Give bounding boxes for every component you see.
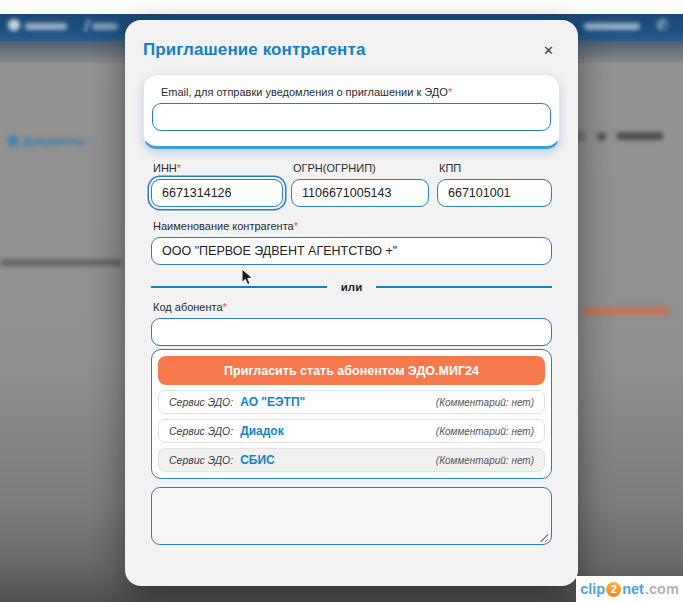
edo-service-prefix: Сервис ЭДО: [169, 425, 233, 437]
navbar-text-blur [25, 23, 67, 30]
phone-icon: ✆ [656, 16, 669, 34]
email-section-card: Email, для отправки уведомления о пригла… [143, 74, 560, 149]
abonent-code-input[interactable] [151, 318, 552, 346]
registration-numbers-row: ИНН* ОГРН(ОГРНИП) КПП [143, 162, 560, 207]
ogrn-field-group: ОГРН(ОГРНИП) [291, 162, 429, 207]
edo-option-eetp[interactable]: Сервис ЭДО: АО "ЕЭТП" (Комментарий: нет) [158, 390, 545, 414]
documents-icon [8, 136, 18, 146]
divider-label: или [341, 281, 362, 293]
watermark-com: .com [645, 581, 679, 597]
inn-input[interactable] [151, 179, 283, 207]
or-divider: или [151, 281, 552, 293]
ogrn-input[interactable] [291, 179, 429, 207]
counterparty-name-input[interactable] [151, 237, 552, 265]
edo-service-comment: (Комментарий: нет) [436, 426, 534, 437]
kpp-field-group: КПП [437, 162, 552, 207]
comment-textarea[interactable] [151, 487, 552, 545]
counterparty-name-label: Наименование контрагента* [153, 220, 552, 232]
email-input[interactable] [152, 103, 551, 131]
documents-label: Документы [23, 135, 85, 147]
background-text-blur [617, 132, 663, 140]
navbar-text-blur [584, 23, 640, 30]
comment-area-wrapper [151, 487, 552, 549]
ogrn-label: ОГРН(ОГРНИП) [293, 162, 429, 174]
abonent-code-group: Код абонента* [143, 301, 560, 346]
edo-service-name: Диадок [240, 424, 284, 438]
kpp-label: КПП [439, 162, 552, 174]
kpp-input[interactable] [437, 179, 552, 207]
abonent-code-label: Код абонента* [153, 301, 552, 313]
invite-edo-mig24-button[interactable]: Пригласить стать абонентом ЭДО.МИГ24 [158, 356, 545, 385]
navbar-text-blur [92, 23, 118, 30]
edo-option-diadoc[interactable]: Сервис ЭДО: Диадок (Комментарий: нет) [158, 419, 545, 443]
required-asterisk: * [448, 86, 452, 98]
inn-label: ИНН* [153, 162, 283, 174]
edo-service-name: СБИС [240, 453, 275, 467]
watermark-clip: clip [580, 581, 605, 597]
edo-service-prefix: Сервис ЭДО: [169, 396, 233, 408]
email-label: Email, для отправки уведомления о пригла… [161, 86, 551, 98]
edo-service-comment: (Комментарий: нет) [436, 397, 534, 408]
close-icon[interactable]: ✕ [537, 40, 560, 61]
user-avatar [8, 19, 20, 31]
background-text-blur [0, 259, 122, 266]
modal-header: Приглашение контрагента ✕ [143, 40, 560, 61]
edo-service-name: АО "ЕЭТП" [240, 395, 305, 409]
edo-service-prefix: Сервис ЭДО: [169, 454, 233, 466]
counterparty-name-group: Наименование контрагента* [143, 220, 560, 265]
required-asterisk: * [223, 301, 227, 313]
edo-suggestions-dropdown: Пригласить стать абонентом ЭДО.МИГ24 Сер… [151, 349, 552, 479]
chevron-down-icon: ∨ [90, 136, 97, 146]
modal-title: Приглашение контрагента [143, 40, 365, 60]
invite-counterparty-modal: Приглашение контрагента ✕ Email, для отп… [125, 20, 578, 586]
inn-field-group: ИНН* [151, 162, 283, 207]
required-asterisk: * [294, 220, 298, 232]
divider-line [376, 286, 552, 288]
edo-option-sbis[interactable]: Сервис ЭДО: СБИС (Комментарий: нет) [158, 448, 545, 472]
navbar-divider [84, 19, 90, 32]
orange-link-blur [583, 307, 669, 315]
watermark-2-icon: 2 [606, 582, 621, 597]
watermark-net: net [622, 581, 644, 597]
edo-service-comment: (Комментарий: нет) [436, 455, 534, 466]
help-icon-blur [597, 132, 606, 141]
required-asterisk: * [177, 162, 181, 174]
divider-line [151, 286, 327, 288]
documents-menu-blur: Документы ∨ [8, 135, 96, 147]
clip2net-watermark: clip 2 net .com [576, 576, 683, 602]
